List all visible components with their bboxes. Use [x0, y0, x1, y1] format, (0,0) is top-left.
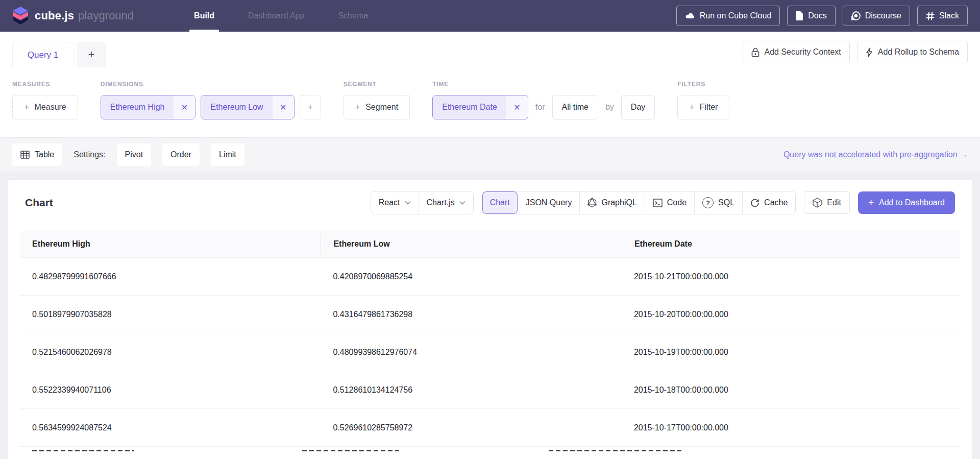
table-header-row: Ethereum High Ethereum Low Ethereum Date	[20, 231, 960, 257]
add-filter-button[interactable]: + Filter	[677, 95, 729, 119]
library-dropdown[interactable]: Chart.js	[419, 191, 473, 214]
query-tab-label: Query 1	[28, 50, 58, 60]
tab-code-label: Code	[667, 198, 687, 207]
chevron-down-icon	[459, 201, 465, 205]
table-row: 0.5634599924087524 0.5269610285758972 20…	[20, 408, 960, 446]
column-header-ethereum-low[interactable]: Ethereum Low	[321, 235, 621, 253]
by-label: by	[603, 103, 616, 112]
cell-ethereum-low: 0.4316479861736298	[321, 310, 621, 319]
column-header-ethereum-date[interactable]: Ethereum Date	[622, 235, 960, 253]
discourse-label: Discourse	[865, 11, 901, 20]
framework-dropdown[interactable]: React	[371, 191, 419, 214]
dimension-chip-ethereum-high[interactable]: Ethereum High ✕	[101, 95, 196, 119]
brand-name: cube.js	[35, 9, 74, 22]
settings-label: Settings:	[74, 150, 105, 159]
query-tab-actions: Add Security Context Add Rollup to Schem…	[743, 41, 968, 63]
cell-ethereum-high: 0.48298799991607666	[20, 272, 321, 281]
plus-icon: +	[88, 48, 95, 61]
cell-ethereum-low: 0.48099398612976074	[321, 348, 621, 357]
cell-ethereum-date: 2015-10-19T00:00:00.000	[622, 348, 960, 357]
tab-sql-label: SQL	[718, 198, 734, 207]
add-measure-button[interactable]: + Measure	[12, 95, 78, 119]
time-label: TIME	[432, 81, 655, 88]
result-table: Ethereum High Ethereum Low Ethereum Date…	[20, 231, 960, 451]
tab-chart-label: Chart	[490, 198, 510, 207]
dimension-chip-ethereum-low[interactable]: Ethereum Low ✕	[201, 95, 294, 119]
graphql-icon	[587, 198, 597, 208]
terminal-icon	[653, 199, 663, 207]
partial-next-row	[20, 446, 960, 451]
add-query-tab-button[interactable]: +	[77, 42, 106, 67]
add-filter-label: Filter	[700, 103, 718, 112]
plus-icon: +	[689, 102, 695, 113]
tab-graphiql[interactable]: GraphiQL	[579, 191, 644, 214]
filters-label: FILTERS	[677, 81, 729, 88]
tab-query-1[interactable]: Query 1	[12, 42, 74, 67]
filters-section: FILTERS + Filter	[677, 81, 729, 119]
table-view-button[interactable]: Table	[12, 143, 62, 166]
chart-card-header: Chart React Chart.js Chart	[8, 180, 972, 224]
chart-card: Chart React Chart.js Chart	[7, 179, 973, 459]
results-toolbar: Table Settings: Pivot Order Limit Query …	[0, 137, 980, 172]
active-tab-underline	[189, 30, 219, 32]
chip-label: Ethereum High	[101, 95, 174, 119]
docs-button[interactable]: Docs	[787, 6, 835, 26]
column-header-ethereum-high[interactable]: Ethereum High	[20, 239, 321, 249]
add-security-context-button[interactable]: Add Security Context	[743, 41, 850, 63]
tab-cache-label: Cache	[764, 198, 788, 207]
limit-button[interactable]: Limit	[211, 143, 244, 166]
cell-ethereum-date: 2015-10-18T00:00:00.000	[622, 385, 960, 395]
plus-icon: +	[307, 102, 313, 113]
table-view-label: Table	[35, 150, 54, 159]
preaggregation-link[interactable]: Query was not accelerated with pre-aggre…	[783, 150, 968, 159]
nav-build-label: Build	[194, 11, 214, 20]
chart-view-group: Chart JSON Query GraphiQL	[482, 191, 796, 214]
discourse-button[interactable]: Discourse	[843, 6, 910, 26]
tab-sql[interactable]: ? SQL	[694, 191, 742, 214]
tab-json-query[interactable]: JSON Query	[518, 191, 580, 214]
time-section: TIME Ethereum Date ✕ for All time by Day	[432, 81, 655, 119]
remove-chip-icon[interactable]: ✕	[506, 95, 528, 119]
cell-ethereum-high: 0.5522339940071106	[20, 385, 321, 395]
remove-chip-icon[interactable]: ✕	[273, 95, 294, 119]
query-builder: MEASURES + Measure DIMENSIONS Ethereum H…	[0, 68, 980, 137]
tab-chart[interactable]: Chart	[482, 191, 518, 214]
dimensions-label: DIMENSIONS	[101, 81, 321, 88]
edit-label: Edit	[827, 198, 841, 207]
framework-selector-group: React Chart.js	[371, 191, 474, 214]
slack-button[interactable]: Slack	[917, 6, 968, 26]
table-row: 0.48298799991607666 0.4208970069885254 2…	[20, 257, 960, 295]
nav-item-build[interactable]: Build	[194, 0, 214, 32]
bolt-icon	[866, 47, 873, 57]
table-icon	[20, 151, 30, 159]
tab-code[interactable]: Code	[645, 191, 694, 214]
edit-button[interactable]: Edit	[804, 191, 850, 214]
pivot-button[interactable]: Pivot	[117, 143, 152, 166]
add-to-dashboard-button[interactable]: + Add to Dashboard	[858, 191, 955, 214]
date-range-button[interactable]: All time	[552, 95, 598, 119]
remove-chip-icon[interactable]: ✕	[174, 95, 195, 119]
time-chip-ethereum-date[interactable]: Ethereum Date ✕	[432, 95, 528, 119]
add-rollup-to-schema-button[interactable]: Add Rollup to Schema	[857, 41, 968, 63]
order-button[interactable]: Order	[162, 143, 200, 166]
add-segment-button[interactable]: + Segment	[344, 95, 410, 119]
chip-label: Ethereum Date	[433, 95, 506, 119]
measures-section: MEASURES + Measure	[12, 81, 78, 119]
top-nav: Build Dashboard App Schema	[194, 0, 368, 32]
nav-item-dashboard-app[interactable]: Dashboard App	[248, 0, 304, 32]
plus-icon: +	[355, 102, 361, 113]
segment-section: SEGMENT + Segment	[344, 81, 410, 119]
framework-label: React	[379, 198, 400, 207]
chart-title: Chart	[25, 197, 53, 209]
cubejs-logo: cube.jsplayground	[12, 7, 134, 25]
cell-ethereum-low: 0.5128610134124756	[321, 385, 621, 395]
add-dimension-button[interactable]: +	[300, 95, 321, 119]
run-on-cube-cloud-button[interactable]: Run on Cube Cloud	[676, 6, 780, 26]
slack-icon	[926, 12, 935, 20]
tab-cache[interactable]: Cache	[742, 191, 795, 214]
discourse-icon	[851, 11, 861, 20]
granularity-button[interactable]: Day	[621, 95, 655, 119]
nav-item-schema[interactable]: Schema	[338, 0, 368, 32]
chart-controls: React Chart.js Chart JSON Query	[371, 191, 955, 214]
app-header: cube.jsplayground Build Dashboard App Sc…	[0, 0, 980, 32]
